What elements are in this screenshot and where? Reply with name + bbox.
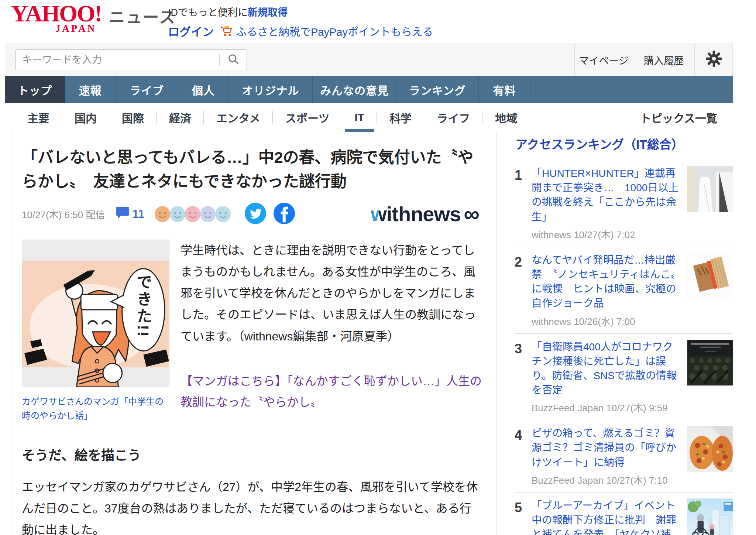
ranking-item-body: 「自衛隊員400人がコロナワクチン接種後に死亡した」は誤り。防衛省、SNSで拡散… — [532, 340, 687, 414]
search-band: マイページ 購入履歴 — [5, 44, 733, 76]
manga-figure[interactable]: できた!! — [22, 240, 169, 387]
rank-number: 5 — [515, 498, 532, 535]
ranking-item: 5「ブルーアーカイブ」イベント中の報酬下方修正に批判 謝罪と補てんを発表 「ヤケ… — [515, 492, 733, 535]
ranking-item-body: ピザの箱って、燃えるゴミ？資源ゴミ？ゴミ清掃員の「呼びかけツイート」に納得Buz… — [532, 426, 687, 486]
ranking-item: 3「自衛隊員400人がコロナワクチン接種後に死亡した」は誤り。防衛省、SNSで拡… — [515, 333, 733, 420]
logo-block: YAHOO! JAPAN ニュース — [11, 3, 176, 33]
signup-link[interactable]: 新規取得 — [248, 7, 288, 18]
id-promo-block: IDでもっと便利に新規取得 ログイン ふるさと納税でPayPayポイントもらえる — [168, 4, 433, 39]
ranking-item-source: withnews 10/26(水) 7:00 — [532, 314, 680, 327]
nav-tab-4[interactable]: オリジナル — [229, 76, 313, 103]
ranking-item-link[interactable]: なんてヤバイ発明品だ…持出厳禁 〝ノンセキュリティはんこ〟に戦慄 ヒントは映画、… — [532, 253, 680, 311]
ranking-item-body: 「HUNTER×HUNTER」連載再開まで正拳突き… 1000日以上の挑戦を終え… — [532, 166, 687, 241]
subnav-item-2[interactable]: 国際 — [109, 103, 157, 132]
anime-city-thumbnail[interactable] — [687, 498, 733, 535]
subnav-item-3[interactable]: 経済 — [157, 103, 204, 132]
subnav-item-6[interactable]: IT — [342, 103, 377, 132]
access-ranking-sidebar: アクセスランキング（IT総合） 1「HUNTER×HUNTER」連載再開まで正拳… — [515, 132, 733, 535]
hanko-stamp-thumbnail[interactable] — [687, 253, 733, 299]
article-meta-row: 10/27(木) 6:50 配信 11 — [22, 203, 482, 226]
nav-tab-2[interactable]: ライブ — [116, 76, 178, 103]
site-header: YAHOO! JAPAN ニュース IDでもっと便利に新規取得 ログイン — [0, 0, 756, 44]
mypage-button[interactable]: マイページ — [574, 44, 633, 76]
ranking-item: 1「HUNTER×HUNTER」連載再開まで正拳突き… 1000日以上の挑戦を終… — [515, 160, 733, 247]
id-promo-text: IDでもっと便利に — [168, 7, 248, 18]
soldiers-thumbnail[interactable] — [687, 340, 733, 386]
reaction-emoji-2[interactable] — [184, 206, 201, 223]
ranking-title[interactable]: アクセスランキング（IT総合） — [515, 132, 733, 160]
facebook-share-button[interactable] — [274, 203, 295, 226]
subnav-item-8[interactable]: ライフ — [424, 103, 482, 132]
nav-tab-3[interactable]: 個人 — [178, 76, 229, 103]
subnav-item-1[interactable]: 国内 — [62, 103, 109, 132]
ranking-item-source: BuzzFeed Japan 10/27(木) 7:10 — [532, 473, 680, 486]
section-heading: そうだ、絵を描こう — [22, 445, 482, 464]
manga-visited-link[interactable]: 【マンガはこちら】「なんかすごく恥ずかしい…」人生の教訓になった〝やらかし〟 — [181, 371, 482, 413]
login-link[interactable]: ログイン — [168, 23, 214, 39]
search-input[interactable] — [16, 54, 219, 66]
login-promo-line: ログイン ふるさと納税でPayPayポイントもらえる — [168, 23, 433, 39]
settings-button[interactable] — [695, 44, 733, 76]
topics-list-link[interactable]: トピックス一覧 — [640, 103, 717, 132]
nav-tab-7[interactable]: 有料 — [479, 76, 530, 103]
ranking-item: 2なんてヤバイ発明品だ…持出厳禁 〝ノンセキュリティはんこ〟に戦慄 ヒントは映画… — [515, 247, 733, 333]
reaction-emoji-3[interactable] — [199, 206, 216, 223]
article-card: 「バレないと思ってもバレる…」中2の春、病院で気付いた〝やらかし〟 友達とネタに… — [11, 132, 497, 535]
ranking-item-link[interactable]: 「ブルーアーカイブ」イベント中の報酬下方修正に批判 謝罪と補てんを発表 「ヤケク… — [532, 498, 680, 535]
yahoo-japan-logo[interactable]: YAHOO! JAPAN — [11, 3, 102, 33]
karate-gi-thumbnail[interactable] — [687, 166, 733, 212]
main-nav: トップ速報ライブ個人オリジナルみんなの意見ランキング有料 — [5, 76, 733, 103]
article-columns: できた!! カゲワサビさんのマンガ「中学生の時のやらかし話」 学生時代は、ときに… — [22, 240, 482, 423]
comment-bubble-icon — [116, 206, 132, 222]
reaction-emoji-4[interactable] — [214, 206, 231, 223]
reaction-emoji-1[interactable] — [169, 206, 186, 223]
twitter-share-button[interactable] — [245, 203, 266, 226]
comment-count-button[interactable]: 11 — [116, 206, 144, 222]
article-lead: 学生時代は、ときに理由を説明できない行動をとってしまうものかもしれません。ある女… — [181, 240, 482, 347]
shopping-cart-icon — [220, 25, 233, 37]
purchase-history-button[interactable]: 購入履歴 — [633, 44, 695, 76]
subnav-item-4[interactable]: エンタメ — [204, 103, 273, 132]
subnav-item-5[interactable]: スポーツ — [273, 103, 342, 132]
twitter-icon — [245, 203, 266, 226]
rank-number: 3 — [515, 340, 532, 414]
id-promo-line: IDでもっと便利に新規取得 — [168, 4, 433, 19]
rank-number: 2 — [515, 253, 532, 327]
nav-tab-0[interactable]: トップ — [5, 76, 65, 103]
nav-tab-5[interactable]: みんなの意見 — [313, 76, 396, 103]
reaction-emoji-row — [154, 206, 231, 223]
gear-icon — [705, 50, 722, 70]
ranking-item: 4ピザの箱って、燃えるゴミ？資源ゴミ？ゴミ清掃員の「呼びかけツイート」に納得Bu… — [515, 420, 733, 492]
rank-number: 1 — [515, 166, 532, 241]
facebook-icon — [274, 203, 295, 226]
nav-tab-6[interactable]: ランキング — [396, 76, 479, 103]
speech-bubble-text: できた!! — [132, 274, 154, 338]
search-box — [15, 49, 247, 70]
subnav-item-7[interactable]: 科学 — [377, 103, 424, 132]
ranking-item-source: BuzzFeed Japan 10/27(木) 9:59 — [532, 400, 680, 414]
reaction-emoji-0[interactable] — [154, 206, 171, 223]
subnav-item-0[interactable]: 主要 — [15, 103, 62, 132]
pizza-box-thumbnail[interactable] — [687, 426, 733, 472]
rank-number: 4 — [515, 426, 532, 486]
infinity-glasses-icon: ∞ — [464, 201, 480, 227]
article-body: エッセイマンガ家のカゲワサビさん（27）が、中学2年生の春、風邪を引いて学校を休… — [22, 476, 482, 535]
furusato-paypay-link[interactable]: ふるさと納税でPayPayポイントもらえる — [236, 23, 433, 39]
withnews-source-logo[interactable]: withnews ∞ — [371, 201, 480, 227]
ranking-item-body: なんてヤバイ発明品だ…持出厳禁 〝ノンセキュリティはんこ〟に戦慄 ヒントは映画、… — [532, 253, 687, 327]
ranking-item-body: 「ブルーアーカイブ」イベント中の報酬下方修正に批判 謝罪と補てんを発表 「ヤケク… — [532, 498, 687, 535]
publish-date: 10/27(木) 6:50 配信 — [22, 207, 105, 221]
ranking-item-link[interactable]: ピザの箱って、燃えるゴミ？資源ゴミ？ゴミ清掃員の「呼びかけツイート」に納得 — [532, 426, 680, 470]
subnav-item-9[interactable]: 地域 — [482, 103, 530, 132]
search-button[interactable] — [219, 54, 247, 66]
ranking-item-source: withnews 10/27(木) 7:02 — [532, 227, 680, 241]
news-service-label: ニュース — [109, 4, 176, 27]
article-headline: 「バレないと思ってもバレる…」中2の春、病院で気付いた〝やらかし〟 友達とネタに… — [22, 145, 482, 194]
ranking-item-link[interactable]: 「自衛隊員400人がコロナワクチン接種後に死亡した」は誤り。防衛省、SNSで拡散… — [532, 340, 680, 398]
figure-caption-link[interactable]: カゲワサビさんのマンガ「中学生の時のやらかし話」 — [22, 395, 169, 423]
ranking-item-link[interactable]: 「HUNTER×HUNTER」連載再開まで正拳突き… 1000日以上の挑戦を終え… — [532, 166, 680, 224]
yahoo-news-page: YAHOO! JAPAN ニュース IDでもっと便利に新規取得 ログイン — [0, 0, 756, 535]
nav-tab-1[interactable]: 速報 — [65, 76, 116, 103]
ranking-list: 1「HUNTER×HUNTER」連載再開まで正拳突き… 1000日以上の挑戦を終… — [515, 160, 733, 535]
text-column: 学生時代は、ときに理由を説明できない行動をとってしまうものかもしれません。ある女… — [181, 240, 482, 423]
